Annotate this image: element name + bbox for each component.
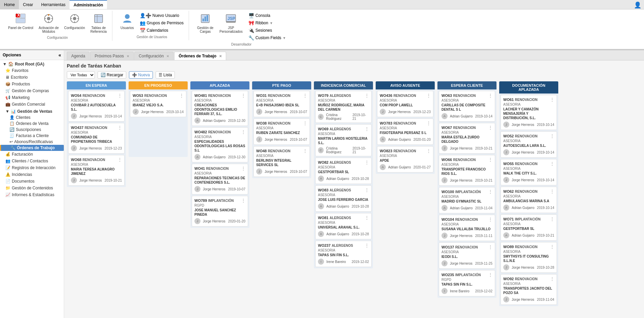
table-row[interactable]: WO481 RENOVACION ⋮ ASESORIA CREACIONES O…	[192, 91, 248, 126]
table-row[interactable]: WO61 RENOVACION ⋮ ASESORIA LACHER Y CAMA…	[501, 95, 557, 130]
table-row[interactable]: WO92 RENOVACION ⋮ ASESORIA TRANSPORTES J…	[501, 274, 557, 305]
card-menu-icon[interactable]: ⋮	[241, 93, 245, 98]
table-row[interactable]: WO38 RENOVACION ⋮ ASESORIA RUBEN ZARATE …	[253, 118, 310, 145]
table-row[interactable]: WO237 ALERGENOS ⋮ ASESORIA TAPAS SIN FIN…	[315, 241, 372, 267]
table-row[interactable]: WO89 RENOVACION ⋮ ASESORIA SMYTHSYS IT C…	[501, 242, 557, 273]
table-row[interactable]: WO79 ALERGENOS ⋮ ASESORIA MUÑOZ RODRIGUE…	[315, 91, 372, 123]
card-menu-icon[interactable]: ⋮	[488, 157, 492, 162]
sidebar-item-gestion-compras[interactable]: 🛒 Gestión de Compras	[0, 87, 64, 94]
card-menu-icon[interactable]: ⋮	[488, 93, 492, 98]
table-row[interactable]: WO48 RENOVACION ⋮ ASESORIA BERLINSV INTE…	[253, 146, 310, 177]
card-menu-icon[interactable]: ⋮	[488, 272, 492, 277]
card-menu-icon[interactable]: ⋮	[241, 130, 245, 134]
tab-configuracion-close[interactable]: ✕	[166, 54, 169, 58]
sidebar-item-favoritos[interactable]: ⭐ Favoritos	[0, 67, 64, 74]
sidebar-item-escritorio[interactable]: 🖥 Escritorio	[0, 74, 64, 81]
ribbon-sesiones[interactable]: 🔌 Sesiones	[247, 27, 288, 34]
table-row[interactable]: WO235 IMPLANTACIÓN ⋮ RGPD TAPAS SIN FIN …	[439, 270, 495, 296]
card-menu-icon[interactable]: ⋮	[303, 121, 307, 126]
table-row[interactable]: WO52 RENOVACION ⋮ ASESORIA AUTOESCUELA L…	[501, 131, 557, 158]
table-row[interactable]: WO69 ALERGENOS ⋮ ASESORIA MARTIN LARIOS …	[315, 124, 372, 156]
sidebar-item-documentos[interactable]: 📄 Documentos	[0, 178, 64, 185]
sidebar-item-clientes-contactos[interactable]: 👥 Clientes / Contactos	[0, 158, 64, 164]
user-profile-icon[interactable]: 👤	[634, 1, 641, 9]
tab-configuracion[interactable]: Configuración ✕	[134, 52, 173, 60]
card-menu-icon[interactable]: ⋮	[303, 93, 307, 98]
reload-button[interactable]: 🔄 Recargar	[98, 71, 126, 79]
table-row[interactable]: WO66 RENOVACION ⋮ ASESORIA TRANSPORTE FR…	[439, 155, 495, 186]
sidebar-collapse-btn[interactable]: «	[58, 52, 61, 58]
ribbon-nuevo-usuario[interactable]: 👤➕ Nuevo Usuario	[138, 12, 185, 19]
filter-select[interactable]: Ver Todas	[67, 71, 95, 79]
sidebar-root-group[interactable]: ▼ 🏠 Root Root (GA)	[0, 60, 64, 67]
table-row[interactable]: WO100 IMPLANTACIÓN ⋮ ASESORIA MADRID GYM…	[439, 187, 495, 213]
table-row[interactable]: WO71 IMPLANTACIÓN ⋮ ASESORIA GESTPORTBAR…	[501, 214, 557, 241]
card-menu-icon[interactable]: ⋮	[365, 215, 369, 220]
ribbon-ribbon[interactable]: 🎀 Ribbon ▼	[247, 20, 288, 26]
table-row[interactable]: WO137 RENOVACION ⋮ ASESORIA IEODI S.L. J…	[439, 242, 495, 269]
table-row[interactable]: WO62 RENOVACION ⋮ ASESORIA AMBULANCIAS M…	[501, 187, 557, 213]
table-row[interactable]: WO55 RENOVACION ⋮ ASESORIA WALK THE CITY…	[501, 159, 557, 185]
card-menu-icon[interactable]: ⋮	[365, 243, 369, 248]
card-menu-icon[interactable]: ⋮	[241, 198, 245, 203]
card-menu-icon[interactable]: ⋮	[118, 157, 122, 162]
table-row[interactable]: WO67 RENOVACION ⋮ ASESORIA MARIA ESTELA …	[439, 123, 495, 154]
sidebar-item-clientes[interactable]: 👤 Clientes	[0, 114, 64, 121]
card-menu-icon[interactable]: ⋮	[180, 93, 184, 98]
sidebar-item-gestion-contenidos[interactable]: 📁 Gestión de Contenidos	[0, 185, 64, 191]
ribbon-grupos-permisos[interactable]: 👥 Grupos de Permisos	[138, 20, 185, 26]
card-menu-icon[interactable]: ⋮	[488, 189, 492, 194]
table-row[interactable]: WO823 RENOVACION ⋮ ASESORIA APDE A Adria…	[377, 146, 433, 173]
card-menu-icon[interactable]: ⋮	[427, 93, 431, 98]
table-row[interactable]: WO783 RENOVACION ⋮ ASESORIA FISIOTERAPIA…	[377, 118, 433, 145]
ribbon-gestion-cargas[interactable]: Gestión deCargas	[195, 12, 215, 34]
card-menu-icon[interactable]: ⋮	[365, 127, 369, 131]
sidebar-item-suscripciones[interactable]: 🔄 Suscripciones	[0, 127, 64, 133]
card-menu-icon[interactable]: ⋮	[365, 93, 369, 98]
table-row[interactable]: WO81 ALERGENOS ⋮ ASESORIA UNIVERSAL ARAH…	[315, 213, 372, 239]
card-menu-icon[interactable]: ⋮	[118, 125, 122, 130]
sidebar-item-productos[interactable]: 📦 Productos	[0, 81, 64, 87]
sidebar-item-abonos[interactable]: ↩ Abonos/Rectificativas	[0, 139, 64, 145]
table-row[interactable]: WO789 IMPLANTACIÓN ⋮ RGPD JOSE MANUEL SA…	[192, 196, 248, 227]
card-menu-icon[interactable]: ⋮	[488, 245, 492, 249]
tab-agenda[interactable]: Agenda	[67, 52, 89, 60]
card-menu-icon[interactable]: ⋮	[488, 125, 492, 130]
tab-proximos-pasos[interactable]: Próximos Pasos ✕	[90, 52, 134, 60]
table-row[interactable]: WO31 RENOVACION ⋮ ASESORIA E+B PAISAJISM…	[253, 91, 310, 117]
ribbon-usuarios[interactable]: Usuarios	[118, 12, 136, 31]
sidebar-item-facturas-cliente[interactable]: 🧾 Facturas a Cliente	[0, 133, 64, 139]
card-menu-icon[interactable]: ⋮	[550, 217, 554, 221]
table-row[interactable]: WO41 RENOVACION ⋮ ASESORIA REPARACIONES …	[192, 164, 248, 194]
card-menu-icon[interactable]: ⋮	[118, 93, 122, 98]
nav-administracion[interactable]: Administración	[70, 0, 107, 9]
card-menu-icon[interactable]: ⋮	[550, 134, 554, 138]
table-row[interactable]: WO63 RENOVACION ⋮ ASESORIA CARILLAS DE C…	[439, 91, 495, 122]
card-menu-icon[interactable]: ⋮	[550, 276, 554, 281]
card-menu-icon[interactable]: ⋮	[427, 149, 431, 153]
ribbon-custom-fields[interactable]: 🔧 Custom Fields ▼	[247, 34, 288, 41]
sidebar-item-informes[interactable]: 📈 Informes & Estadísticas	[0, 191, 64, 198]
ribbon-calendarios[interactable]: 📅 Calendarios	[138, 27, 185, 34]
table-row[interactable]: WO53 RENOVACION ⋮ ASESORIA IBANEZ VIEJO …	[130, 91, 186, 117]
card-menu-icon[interactable]: ⋮	[427, 121, 431, 126]
table-row[interactable]: WO482 RENOVACION ⋮ ASESORIA ESPECIALIDAD…	[192, 127, 248, 162]
nav-crear[interactable]: Crear	[19, 0, 37, 9]
card-menu-icon[interactable]: ⋮	[550, 97, 554, 102]
sidebar-item-gestion-comercial[interactable]: 💼 Gestión Comercial	[0, 101, 64, 108]
table-row[interactable]: WO68 RENOVACION ⋮ ASESORIA MARIA TERESA …	[68, 155, 125, 186]
ribbon-configuracion[interactable]: Configuración	[62, 12, 87, 34]
tab-ordenes-trabajo[interactable]: Órdenes de Trabajo ✕	[174, 52, 226, 60]
tab-ordenes-trabajo-close[interactable]: ✕	[219, 54, 222, 58]
table-row[interactable]: WO104 RENOVACION ⋮ ASESORIA SUSANA VILLA…	[439, 215, 495, 241]
sidebar-item-ordenes-trabajo[interactable]: 🔧 Órdenes de Trabajo	[0, 145, 64, 151]
ribbon-jsp-personalizados[interactable]: JSP JSPPersonalizados	[217, 12, 244, 34]
card-menu-icon[interactable]: ⋮	[303, 149, 307, 153]
sidebar-item-registros[interactable]: 📝 Registros de Interacción	[0, 164, 64, 171]
ribbon-tablas-referencia[interactable]: Tablas deReferencia	[88, 12, 109, 34]
sidebar-item-ordenes-venta[interactable]: 📋 Órdenes de Venta	[0, 121, 64, 127]
card-menu-icon[interactable]: ⋮	[241, 166, 245, 171]
card-menu-icon[interactable]: ⋮	[550, 244, 554, 249]
card-menu-icon[interactable]: ⋮	[488, 217, 492, 222]
lista-button[interactable]: ☰ Lista	[156, 71, 175, 79]
